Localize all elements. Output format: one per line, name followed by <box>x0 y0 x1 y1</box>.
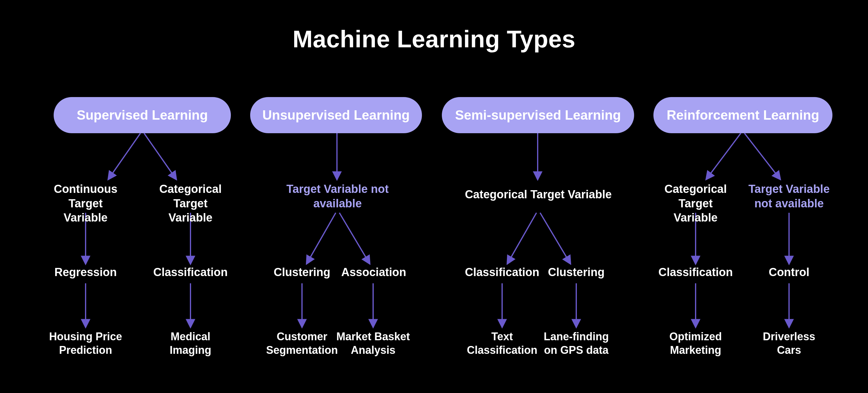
node-housing: Housing PricePrediction <box>44 330 127 357</box>
node-optimized: OptimizedMarketing <box>664 330 727 357</box>
branch-semi-supervised: Semi-supervised Learning <box>442 97 634 133</box>
node-categorical-target-rl: CategoricalTarget Variable <box>658 182 734 225</box>
node-categorical-target-sup: CategoricalTarget Variable <box>153 182 228 225</box>
svg-line-0 <box>108 133 141 179</box>
node-regression: Regression <box>51 265 120 280</box>
branch-reinforcement: Reinforcement Learning <box>653 97 832 133</box>
diagram-title: Machine Learning Types <box>0 25 868 53</box>
branch-supervised: Supervised Learning <box>54 97 231 133</box>
svg-line-8 <box>307 213 336 264</box>
node-target-na-unsup: Target Variable notavailable <box>282 182 393 211</box>
node-target-na-rl: Target Variablenot available <box>746 182 832 211</box>
edges-layer <box>0 0 868 393</box>
branch-unsupervised: Unsupervised Learning <box>250 97 422 133</box>
node-market: Market BasketAnalysis <box>333 330 413 357</box>
node-continuous-target: ContinuousTarget Variable <box>52 182 119 225</box>
node-classification-semi: Classification <box>464 265 540 280</box>
node-driverless: DriverlessCars <box>760 330 818 357</box>
node-customer: CustomerSegmentation <box>263 330 341 357</box>
node-control: Control <box>762 265 816 280</box>
node-clustering-unsup: Clustering <box>269 265 335 280</box>
svg-line-9 <box>339 213 370 264</box>
node-association: Association <box>340 265 407 280</box>
diagram-canvas: { "title": "Machine Learning Types", "ac… <box>0 0 868 393</box>
svg-line-1 <box>144 133 176 179</box>
svg-line-5 <box>744 133 780 179</box>
node-text: TextClassification <box>464 330 540 357</box>
node-lane: Lane-findingon GPS data <box>539 330 613 357</box>
svg-line-4 <box>707 133 741 179</box>
node-classification-rl: Classification <box>658 265 733 280</box>
svg-line-10 <box>507 213 536 264</box>
node-categorical-target-semi: Categorical Target Variable <box>461 187 616 202</box>
node-clustering-semi: Clustering <box>542 265 610 280</box>
node-classification-sup: Classification <box>153 265 228 280</box>
node-medical: MedicalImaging <box>163 330 218 357</box>
svg-line-11 <box>540 213 570 264</box>
